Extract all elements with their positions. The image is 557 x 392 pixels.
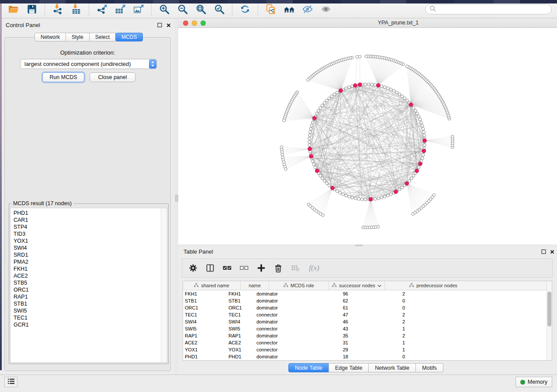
copy-style-icon[interactable] [263,3,278,16]
network-canvas[interactable] [178,28,557,244]
mcds-result-item[interactable]: RAP1 [10,293,167,300]
export-network-icon[interactable] [94,3,109,16]
node-table[interactable]: shared namenameMCDS rolesuccessor nodesp… [183,281,552,361]
table-cell[interactable]: SWI4 [226,318,254,325]
mcds-result-item[interactable]: SWI4 [10,244,167,251]
table-cell[interactable]: 46 [329,318,385,325]
show-panels-button[interactable] [4,377,17,387]
satellite-nodes[interactable] [280,55,454,229]
column-header-MCDS-role[interactable]: MCDS role [269,281,329,290]
table-cell[interactable]: SWI5 [226,325,254,332]
window-minimize-light[interactable] [192,21,197,26]
column-header-shared-name[interactable]: shared name [183,281,241,290]
network-window-titlebar[interactable]: YPA_prune.txt_1 [178,18,557,28]
table-cell[interactable]: ORC1 [183,304,226,311]
table-cell[interactable]: ORC1 [226,304,254,311]
export-table-icon[interactable] [113,3,128,16]
table-cell[interactable]: YOX1 [183,346,226,353]
table-cell[interactable]: 29 [329,346,385,353]
close-table-panel-icon[interactable] [549,249,555,254]
delete-row-icon[interactable] [273,263,283,273]
table-cell[interactable]: PHD1 [183,353,226,360]
vertical-splitter[interactable] [174,18,178,375]
column-layout-icon[interactable] [205,263,215,273]
mcds-result-item[interactable]: GCR1 [10,321,167,328]
table-cell[interactable]: FKH1 [183,290,226,297]
export-image-icon[interactable] [131,3,146,16]
table-cell[interactable]: dominator [254,353,329,360]
table-cell[interactable]: 31 [329,339,385,346]
memory-button[interactable]: Memory [515,377,552,387]
mcds-result-item[interactable]: STB1 [10,300,167,307]
table-cell[interactable]: STB1 [183,297,226,304]
table-cell[interactable]: dominator [254,332,329,339]
table-cell[interactable]: 0 [385,297,482,304]
mcds-result-item[interactable]: SRD1 [10,251,167,258]
zoom-fit-icon[interactable] [194,3,208,16]
add-row-icon[interactable] [256,263,266,273]
table-row[interactable]: SWI5SWI5connector431 [183,325,552,332]
mcds-result-item[interactable]: ORC1 [10,286,167,293]
tab-motifs[interactable]: Motifs [415,363,443,372]
close-panel-icon[interactable] [166,22,171,28]
table-cell[interactable]: connector [254,325,329,332]
table-cell[interactable]: TEC1 [226,311,254,318]
table-row[interactable]: SWI4SWI4dominator462 [183,318,552,325]
table-cell[interactable]: SWI5 [183,325,226,332]
hide-selected-icon[interactable] [300,3,315,16]
table-cell[interactable]: SWI4 [183,318,226,325]
table-scrollbar[interactable] [547,281,552,360]
table-cell[interactable]: STB1 [226,297,254,304]
tab-edge-table[interactable]: Edge Table [329,363,369,372]
table-cell[interactable]: connector [254,311,329,318]
close-panel-button[interactable]: Close panel [90,72,135,82]
table-row[interactable]: YOX1YOX1connector291 [183,346,552,353]
sort-chevron-icon[interactable] [377,283,381,288]
import-table-icon[interactable] [69,3,83,16]
table-cell[interactable]: 0 [385,304,482,311]
table-cell[interactable]: ACE2 [226,339,254,346]
table-cell[interactable]: dominator [254,304,329,311]
table-cell[interactable]: 47 [329,311,385,318]
table-scrollbar-thumb[interactable] [547,292,551,327]
column-header-name[interactable]: name [241,281,269,290]
table-row[interactable]: RAP1RAP1dominator352 [183,332,552,339]
table-row[interactable]: PHD1PHD1dominator180 [183,353,552,360]
table-row[interactable]: ACE2ACE2connector311 [183,339,552,346]
tab-node-table[interactable]: Node Table [288,363,329,372]
table-cell[interactable]: 18 [329,353,385,360]
show-all-icon[interactable] [318,3,333,16]
tab-network-table[interactable]: Network Table [368,363,416,372]
deselect-all-icon[interactable] [239,263,249,273]
tab-network[interactable]: Network [35,33,66,41]
table-cell[interactable]: 1 [385,346,482,353]
mcds-result-item[interactable]: CAR1 [10,217,167,224]
settings-gear-icon[interactable] [188,263,198,273]
tab-select[interactable]: Select [89,33,116,41]
vertical-splitter-handle[interactable] [175,195,178,202]
table-cell[interactable]: 2 [385,332,482,339]
save-icon[interactable] [24,3,39,16]
table-cell[interactable]: 1 [385,339,482,346]
table-cell[interactable]: 2 [385,318,482,325]
criterion-dropdown[interactable]: largest connected component (undirected) [20,59,157,69]
table-cell[interactable]: 2 [385,311,482,318]
table-cell[interactable]: 1 [385,325,482,332]
tab-style[interactable]: Style [66,33,90,41]
import-network-icon[interactable] [50,3,65,16]
search-box[interactable] [425,4,552,14]
mcds-result-item[interactable]: YOX1 [10,237,167,244]
table-cell[interactable]: YOX1 [226,346,254,353]
table-cell[interactable]: 61 [329,304,385,311]
table-cell[interactable]: 35 [329,332,385,339]
column-header-successor-nodes[interactable]: successor nodes [329,281,385,290]
refresh-icon[interactable] [238,3,253,16]
run-mcds-button[interactable]: Run MCDS [42,72,84,82]
float-table-panel-icon[interactable] [541,249,547,254]
mcds-result-item[interactable]: SWI5 [10,307,167,314]
select-all-icon[interactable] [222,263,232,273]
table-cell[interactable]: 62 [329,297,385,304]
table-cell[interactable]: 0 [385,353,482,360]
window-zoom-light[interactable] [201,21,206,26]
table-row[interactable]: FKH1FKH1dominator962 [183,290,552,297]
